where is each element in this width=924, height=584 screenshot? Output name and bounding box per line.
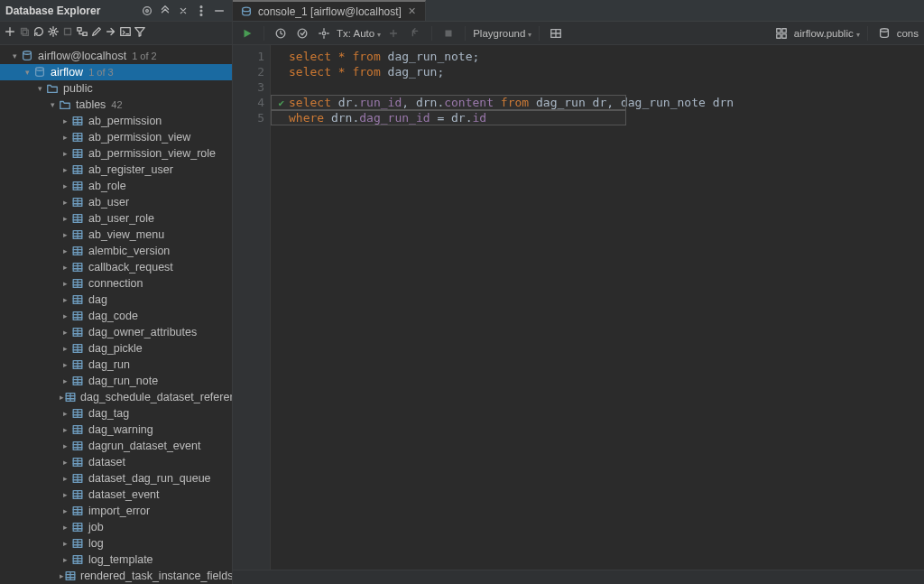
expand-arrow-icon[interactable]: ▸ — [60, 458, 70, 467]
tree-item-suffix: 1 of 2 — [132, 51, 157, 61]
expand-arrow-icon[interactable]: ▸ — [60, 490, 70, 499]
table-node[interactable]: ▸alembic_version — [0, 243, 232, 259]
tables-folder-node[interactable]: ▾tables42 — [0, 97, 232, 113]
table-node[interactable]: ▸dag_owner_attributes — [0, 324, 232, 340]
diagram-icon[interactable] — [76, 25, 88, 41]
expand-arrow-icon[interactable]: ▸ — [60, 295, 70, 304]
expand-arrow-icon[interactable]: ▸ — [60, 165, 70, 174]
table-node[interactable]: ▸job — [0, 519, 232, 535]
history-icon[interactable] — [273, 25, 289, 42]
svg-point-3 — [200, 10, 202, 12]
jump-to-source-icon[interactable] — [105, 25, 117, 41]
playground-dropdown[interactable]: Playground — [473, 28, 531, 39]
table-node[interactable]: ▸dataset_dag_run_queue — [0, 470, 232, 487]
table-node[interactable]: ▸dag — [0, 292, 232, 308]
table-icon — [70, 260, 85, 274]
expand-arrow-icon[interactable]: ▸ — [60, 133, 70, 142]
table-node[interactable]: ▸dag_run_note — [0, 373, 232, 389]
svg-rect-52 — [782, 33, 786, 37]
refresh-icon[interactable] — [32, 25, 45, 41]
table-node[interactable]: ▸connection — [0, 275, 232, 292]
expand-arrow-icon[interactable]: ▸ — [60, 409, 70, 418]
more-icon[interactable] — [193, 3, 209, 19]
sql-editor[interactable]: 1234✔5 select * from dag_run_note;select… — [233, 45, 924, 570]
table-node[interactable]: ▸ab_register_user — [0, 162, 232, 178]
add-icon[interactable] — [4, 25, 16, 41]
settings-icon[interactable] — [47, 25, 60, 41]
code-area[interactable]: select * from dag_run_note;select * from… — [271, 45, 924, 570]
expand-arrow-icon[interactable]: ▾ — [22, 68, 32, 77]
expand-all-icon[interactable] — [157, 3, 173, 19]
expand-arrow-icon[interactable]: ▸ — [60, 539, 70, 548]
datasource-node[interactable]: ▾airflow@localhost1 of 2 — [0, 48, 232, 64]
expand-arrow-icon[interactable]: ▾ — [34, 84, 45, 93]
output-panel[interactable] — [233, 570, 924, 584]
expand-arrow-icon[interactable]: ▸ — [60, 246, 70, 255]
schema-dropdown[interactable]: airflow.public — [794, 28, 860, 39]
tx-mode-dropdown[interactable]: Tx: Auto — [337, 28, 381, 39]
database-tree[interactable]: ▾airflow@localhost1 of 2▾airflow1 of 3▾p… — [0, 45, 232, 584]
session-label[interactable]: cons — [897, 28, 919, 39]
minimize-icon[interactable] — [211, 3, 227, 19]
expand-arrow-icon[interactable]: ▸ — [60, 311, 70, 320]
schema-node[interactable]: ▾public — [0, 80, 232, 97]
table-node[interactable]: ▸ab_permission — [0, 113, 232, 129]
expand-arrow-icon[interactable]: ▸ — [60, 181, 70, 190]
expand-arrow-icon[interactable]: ▸ — [60, 263, 70, 272]
editor-tab[interactable]: console_1 [airflow@localhost] ✕ — [233, 0, 426, 21]
expand-arrow-icon[interactable]: ▸ — [60, 149, 70, 158]
table-node[interactable]: ▸dag_tag — [0, 405, 232, 422]
table-node[interactable]: ▸rendered_task_instance_fields — [0, 568, 232, 584]
table-node[interactable]: ▸dag_pickle — [0, 340, 232, 357]
close-icon[interactable]: ✕ — [407, 6, 418, 17]
table-node[interactable]: ▸dag_schedule_dataset_reference — [0, 389, 232, 405]
table-node[interactable]: ▸ab_view_menu — [0, 227, 232, 243]
table-node[interactable]: ▸ab_user — [0, 194, 232, 210]
table-node[interactable]: ▸dataset — [0, 454, 232, 470]
expand-arrow-icon[interactable]: ▸ — [60, 523, 70, 532]
expand-arrow-icon[interactable]: ▸ — [60, 506, 70, 515]
expand-arrow-icon[interactable]: ▸ — [60, 555, 70, 564]
table-node[interactable]: ▸import_error — [0, 503, 232, 519]
table-node[interactable]: ▸dag_code — [0, 308, 232, 324]
expand-arrow-icon[interactable]: ▸ — [60, 425, 70, 434]
expand-arrow-icon[interactable]: ▸ — [60, 441, 70, 450]
table-node[interactable]: ▸log_template — [0, 552, 232, 568]
expand-arrow-icon[interactable]: ▸ — [60, 344, 70, 353]
run-icon[interactable] — [239, 25, 255, 42]
target-icon[interactable] — [139, 3, 155, 19]
code-line[interactable]: select * from dag_run; — [289, 64, 924, 79]
expand-arrow-icon[interactable]: ▸ — [60, 230, 70, 239]
table-node[interactable]: ▸ab_permission_view — [0, 129, 232, 145]
expand-arrow-icon[interactable]: ▸ — [60, 376, 70, 385]
layout-icon[interactable] — [548, 25, 564, 42]
table-node[interactable]: ▸callback_request — [0, 259, 232, 275]
table-node[interactable]: ▸log — [0, 535, 232, 552]
table-node[interactable]: ▸dagrun_dataset_event — [0, 438, 232, 454]
code-line[interactable] — [289, 79, 924, 95]
settings-icon[interactable] — [316, 25, 332, 42]
expand-arrow-icon[interactable]: ▸ — [60, 474, 70, 483]
expand-arrow-icon[interactable]: ▸ — [60, 360, 70, 369]
explain-plan-icon[interactable] — [294, 25, 310, 42]
expand-arrow-icon[interactable]: ▾ — [9, 51, 20, 60]
database-node[interactable]: ▾airflow1 of 3 — [0, 64, 232, 80]
expand-arrow-icon[interactable]: ▸ — [60, 328, 70, 337]
code-line[interactable]: select * from dag_run_note; — [289, 49, 924, 64]
expand-arrow-icon[interactable]: ▾ — [47, 100, 58, 109]
table-node[interactable]: ▸dataset_event — [0, 487, 232, 503]
expand-arrow-icon[interactable]: ▸ — [60, 279, 70, 288]
table-node[interactable]: ▸ab_role — [0, 178, 232, 194]
table-node[interactable]: ▸dag_run — [0, 357, 232, 373]
open-console-icon[interactable] — [119, 25, 132, 41]
expand-arrow-icon[interactable]: ▸ — [60, 198, 70, 207]
collapse-all-icon[interactable] — [175, 3, 191, 19]
filter-icon[interactable] — [134, 25, 146, 41]
table-node[interactable]: ▸ab_permission_view_role — [0, 145, 232, 162]
expand-arrow-icon[interactable]: ▸ — [60, 214, 70, 223]
edit-icon[interactable] — [90, 25, 103, 41]
expand-arrow-icon[interactable]: ▸ — [60, 116, 70, 125]
attach-session-icon[interactable] — [876, 25, 892, 42]
table-node[interactable]: ▸dag_warning — [0, 422, 232, 438]
table-node[interactable]: ▸ab_user_role — [0, 210, 232, 227]
